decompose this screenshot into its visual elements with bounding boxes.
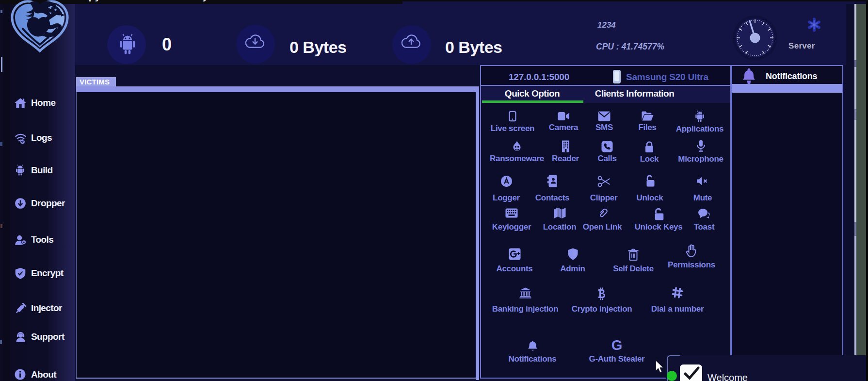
- svg-text:G: G: [611, 340, 622, 352]
